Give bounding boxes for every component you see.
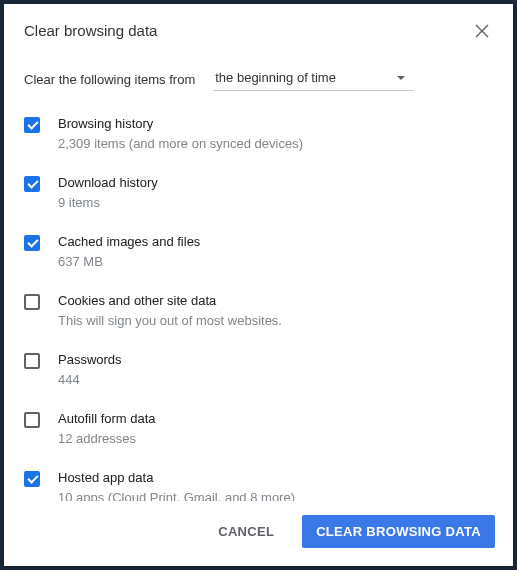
option-checkbox[interactable] xyxy=(24,412,40,428)
option-checkbox[interactable] xyxy=(24,353,40,369)
option-checkbox[interactable] xyxy=(24,235,40,251)
option-description: 2,309 items (and more on synced devices) xyxy=(58,135,493,154)
option-row: Browsing history2,309 items (and more on… xyxy=(24,105,493,164)
option-text: Autofill form data12 addresses xyxy=(58,410,493,449)
dialog-header: Clear browsing data xyxy=(4,4,513,53)
option-checkbox[interactable] xyxy=(24,471,40,487)
dialog-title: Clear browsing data xyxy=(24,22,157,39)
clear-browsing-data-dialog: Clear browsing data Clear the following … xyxy=(4,4,513,566)
option-row: Cookies and other site dataThis will sig… xyxy=(24,282,493,341)
option-row: Hosted app data10 apps (Cloud Print, Gma… xyxy=(24,459,493,501)
option-row: Passwords444 xyxy=(24,341,493,400)
option-text: Passwords444 xyxy=(58,351,493,390)
option-label: Passwords xyxy=(58,351,493,369)
close-button[interactable] xyxy=(475,24,489,38)
time-range-dropdown[interactable]: the beginning of time xyxy=(213,67,413,91)
option-text: Browsing history2,309 items (and more on… xyxy=(58,115,493,154)
option-checkbox[interactable] xyxy=(24,176,40,192)
option-row: Autofill form data12 addresses xyxy=(24,400,493,459)
option-label: Browsing history xyxy=(58,115,493,133)
option-description: 637 MB xyxy=(58,253,493,272)
option-checkbox[interactable] xyxy=(24,294,40,310)
cancel-button[interactable]: CANCEL xyxy=(204,515,288,548)
option-label: Download history xyxy=(58,174,493,192)
chevron-down-icon xyxy=(397,76,405,80)
clear-browsing-data-button[interactable]: CLEAR BROWSING DATA xyxy=(302,515,495,548)
option-description: 444 xyxy=(58,371,493,390)
options-list: Browsing history2,309 items (and more on… xyxy=(4,101,513,501)
option-label: Hosted app data xyxy=(58,469,493,487)
option-text: Cookies and other site dataThis will sig… xyxy=(58,292,493,331)
option-description: 9 items xyxy=(58,194,493,213)
option-description: 12 addresses xyxy=(58,430,493,449)
dialog-footer: CANCEL CLEAR BROWSING DATA xyxy=(4,501,513,566)
close-icon xyxy=(475,24,489,38)
time-range-row: Clear the following items from the begin… xyxy=(4,53,513,101)
option-label: Cookies and other site data xyxy=(58,292,493,310)
option-text: Download history9 items xyxy=(58,174,493,213)
time-range-value: the beginning of time xyxy=(215,70,336,85)
option-text: Hosted app data10 apps (Cloud Print, Gma… xyxy=(58,469,493,501)
option-label: Autofill form data xyxy=(58,410,493,428)
option-row: Download history9 items xyxy=(24,164,493,223)
option-description: This will sign you out of most websites. xyxy=(58,312,493,331)
option-text: Cached images and files637 MB xyxy=(58,233,493,272)
time-range-label: Clear the following items from xyxy=(24,72,195,87)
option-label: Cached images and files xyxy=(58,233,493,251)
option-checkbox[interactable] xyxy=(24,117,40,133)
option-row: Cached images and files637 MB xyxy=(24,223,493,282)
option-description: 10 apps (Cloud Print, Gmail, and 8 more) xyxy=(58,489,493,501)
